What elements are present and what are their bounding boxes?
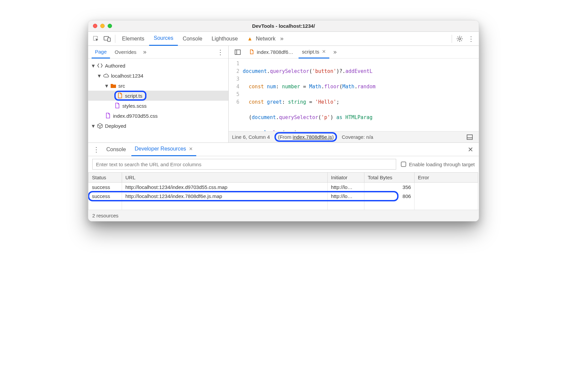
tree-label: Deployed <box>105 123 126 129</box>
sourcemap-link[interactable]: index.7808df6e.js <box>293 134 332 140</box>
kebab-menu-icon[interactable]: ⋮ <box>92 145 101 154</box>
col-status[interactable]: Status <box>89 173 122 183</box>
tree-host[interactable]: ▼ localhost:1234 <box>88 71 228 81</box>
toggle-device-icon[interactable] <box>102 33 113 44</box>
svg-rect-4 <box>235 50 240 55</box>
file-icon <box>249 49 255 55</box>
editor-tab-index[interactable]: index.7808df6… <box>245 46 297 59</box>
search-input[interactable] <box>92 159 396 170</box>
tab-sources[interactable]: Sources <box>149 32 178 46</box>
coverage-status: Coverage: n/a <box>342 134 373 140</box>
more-tabs-icon[interactable]: » <box>141 48 148 56</box>
tree-folder-src[interactable]: ▼ src <box>88 81 228 91</box>
col-url[interactable]: URL <box>122 173 328 183</box>
code-editor[interactable]: 1 2 3 4 5 6 document.querySelector('butt… <box>229 59 479 131</box>
tab-label: Network <box>256 36 275 42</box>
tab-label: Elements <box>122 36 144 42</box>
navigator-tabs: Page Overrides » ⋮ <box>88 46 228 59</box>
kebab-menu-icon[interactable]: ⋮ <box>465 33 477 44</box>
tree-group-deployed[interactable]: ▼ Deployed <box>88 121 228 131</box>
file-icon <box>105 113 111 119</box>
more-tabs-icon[interactable]: » <box>331 48 339 56</box>
svg-rect-6 <box>467 135 472 139</box>
close-drawer-icon[interactable]: ✕ <box>466 145 475 154</box>
file-tree: ▼ Authored ▼ localhost:1234 ▼ <box>88 59 228 133</box>
more-tabs-icon[interactable]: » <box>280 33 284 44</box>
tab-label: Console <box>183 36 202 42</box>
resources-table: Status URL Initiator Total Bytes Error s… <box>88 172 479 210</box>
resource-count: 2 resources <box>92 213 118 218</box>
editor-status-bar: Line 6, Column 4 (From index.7808df6e.js… <box>229 131 479 142</box>
drawer-toolbar: Enable loading through target <box>88 156 479 172</box>
tree-file-styles[interactable]: styles.scss <box>88 101 228 111</box>
main-toolbar: Elements Sources Console Lighthouse ▲ Ne… <box>88 32 479 46</box>
tab-console[interactable]: Console <box>178 32 207 46</box>
nav-tab-overrides[interactable]: Overrides <box>111 46 140 59</box>
chevron-down-icon: ▼ <box>92 63 95 69</box>
deployed-icon <box>97 123 103 129</box>
chevron-down-icon: ▼ <box>92 123 95 129</box>
col-bytes[interactable]: Total Bytes <box>364 173 415 183</box>
inspect-element-icon[interactable] <box>90 33 102 44</box>
chevron-down-icon: ▼ <box>98 73 101 79</box>
expand-panel-icon[interactable] <box>464 131 475 143</box>
editor-tab-script[interactable]: script.ts ✕ <box>299 46 329 59</box>
col-initiator[interactable]: Initiator <box>328 173 364 183</box>
editor-panel: index.7808df6… script.ts ✕ » 1 2 3 4 5 6… <box>229 46 479 142</box>
code-content: document.querySelector('button')?.addEve… <box>241 59 479 131</box>
tree-label: src <box>118 83 125 89</box>
tree-label: script.ts <box>125 93 142 99</box>
checkbox-label: Enable loading through target <box>409 162 475 167</box>
file-icon <box>117 93 123 99</box>
tab-label: Overrides <box>115 49 136 55</box>
code-brackets-icon <box>97 63 103 69</box>
kebab-menu-icon[interactable]: ⋮ <box>216 48 225 56</box>
tab-label: Console <box>106 146 126 153</box>
file-icon <box>114 103 120 109</box>
drawer-footer: 2 resources <box>88 210 479 221</box>
navigator-panel: Page Overrides » ⋮ ▼ Authored ▼ <box>88 46 229 142</box>
tree-file-indexcss[interactable]: index.d9703d55.css <box>88 111 228 121</box>
svg-rect-2 <box>108 38 110 41</box>
devtools-window: DevTools - localhost:1234/ Elements Sour… <box>88 20 479 221</box>
tab-label: script.ts <box>302 49 319 55</box>
folder-icon <box>110 83 116 89</box>
svg-point-3 <box>459 38 461 40</box>
table-row-empty <box>89 201 479 210</box>
close-tab-icon[interactable]: ✕ <box>322 49 326 54</box>
checkbox-icon <box>401 162 406 167</box>
chevron-down-icon: ▼ <box>105 83 108 89</box>
tree-label: styles.scss <box>122 103 147 109</box>
table-header-row: Status URL Initiator Total Bytes Error <box>89 173 479 183</box>
tab-elements[interactable]: Elements <box>117 32 149 46</box>
tab-lighthouse[interactable]: Lighthouse <box>207 32 242 46</box>
table-row[interactable]: success http://localhost:1234/index.d970… <box>89 183 479 192</box>
title-bar: DevTools - localhost:1234/ <box>88 20 479 32</box>
nav-tab-page[interactable]: Page <box>92 46 110 59</box>
tab-label: index.7808df6… <box>257 49 293 55</box>
table-row[interactable]: success http://localhost:1234/index.7808… <box>89 192 479 201</box>
tab-label: Sources <box>154 35 174 41</box>
close-tab-icon[interactable]: ✕ <box>189 146 193 152</box>
annotation-highlight: (From index.7808df6e.js) <box>274 132 337 142</box>
col-error[interactable]: Error <box>415 173 478 183</box>
tree-file-script[interactable]: script.ts <box>88 91 228 101</box>
settings-gear-icon[interactable] <box>454 33 465 44</box>
annotation-highlight: script.ts <box>114 91 146 101</box>
drawer-tab-developer-resources[interactable]: Developer Resources ✕ <box>131 143 196 156</box>
tree-label: index.d9703d55.css <box>113 113 157 119</box>
sources-split: Page Overrides » ⋮ ▼ Authored ▼ <box>88 46 479 143</box>
enable-loading-checkbox[interactable]: Enable loading through target <box>401 162 475 167</box>
tree-label: localhost:1234 <box>111 73 143 79</box>
separator <box>452 35 452 43</box>
tree-label: Authored <box>105 63 125 69</box>
tab-label: Page <box>95 49 107 55</box>
line-gutter: 1 2 3 4 5 6 <box>229 59 241 131</box>
toggle-navigator-icon[interactable] <box>232 46 243 58</box>
tab-network[interactable]: ▲ Network <box>242 32 280 46</box>
tree-group-authored[interactable]: ▼ Authored <box>88 61 228 71</box>
window-title: DevTools - localhost:1234/ <box>88 23 479 29</box>
drawer-tabs: ⋮ Console Developer Resources ✕ ✕ <box>88 143 479 156</box>
separator <box>115 35 115 43</box>
drawer-tab-console[interactable]: Console <box>103 143 129 156</box>
